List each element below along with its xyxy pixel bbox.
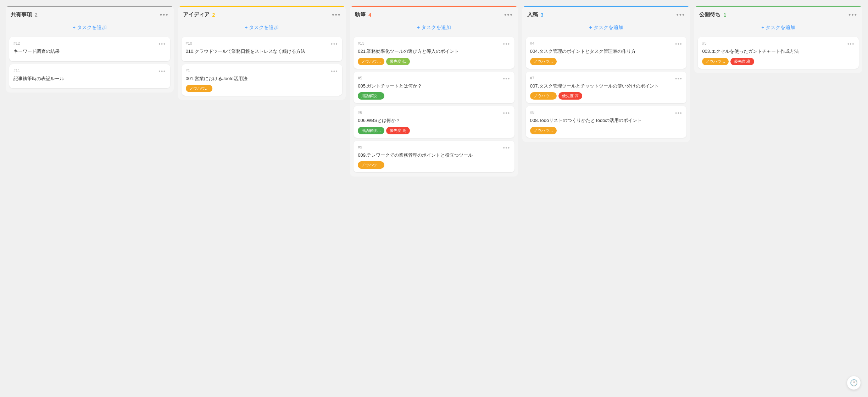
card-header-3: #3••• [702, 41, 855, 46]
cards-area-col-shared: #12•••キーワード調査の結果#11•••記事執筆時の表記ルール [6, 34, 174, 93]
card-menu-3[interactable]: ••• [847, 41, 855, 46]
column-header-col-pending: 公開待ち1••• [694, 6, 862, 22]
card-menu-9[interactable]: ••• [503, 145, 510, 150]
card-title-13: 021.業務効率化ツールの選び方と導入のポイント [358, 48, 510, 55]
cards-area-col-idea: #10•••010.クラウドツールで業務日報をストレスなく続ける方法#1•••0… [178, 34, 346, 100]
column-title-col-shared: 共有事項 [11, 11, 32, 18]
card-title-5: 005.ガントチャートとは何か？ [358, 83, 510, 90]
column-title-col-pending: 公開待ち [699, 11, 720, 18]
card-title-8: 008.TodoリストのつくりかたとTodoの活用のポイント [530, 117, 683, 124]
add-task-button-col-shared[interactable]: + タスクを追加 [6, 22, 174, 34]
card-9[interactable]: #9•••009.テレワークでの業務管理のポイントと役立つツールノウハウ… [354, 141, 514, 173]
column-col-pending: 公開待ち1•••+ タスクを追加#3•••003.エクセルを使ったガントチャート… [694, 6, 862, 73]
column-menu-col-idea[interactable]: ••• [332, 12, 341, 18]
card-title-1: 001.営業におけるJooto活用法 [186, 75, 338, 82]
card-header-8: #8••• [530, 110, 683, 116]
card-header-6: #6••• [358, 110, 510, 116]
card-menu-7[interactable]: ••• [675, 76, 682, 81]
card-8[interactable]: #8•••008.TodoリストのつくりかたとTodoの活用のポイントノウハウ… [526, 106, 687, 138]
tag-6-1: 優先度:高 [386, 127, 410, 134]
card-header-11: #11••• [13, 68, 166, 74]
card-menu-1[interactable]: ••• [331, 68, 338, 74]
card-header-5: #5••• [358, 76, 510, 81]
cards-area-col-writing: #13•••021.業務効率化ツールの選び方と導入のポイントノウハウ…優先度:低… [350, 34, 518, 177]
card-header-4: #4••• [530, 41, 683, 46]
card-tags-3: ノウハウ…優先度:高 [702, 58, 855, 65]
card-id-11: #11 [13, 68, 20, 73]
card-id-8: #8 [530, 110, 534, 114]
column-header-col-writing: 執筆4••• [350, 6, 518, 22]
card-11[interactable]: #11•••記事執筆時の表記ルール [9, 64, 170, 89]
cards-area-col-pending: #3•••003.エクセルを使ったガントチャート作成方法ノウハウ…優先度:高 [694, 34, 862, 73]
card-tags-8: ノウハウ… [530, 127, 683, 134]
kanban-board: 共有事項2•••+ タスクを追加#12•••キーワード調査の結果#11•••記事… [0, 0, 868, 397]
card-tags-4: ノウハウ… [530, 58, 683, 65]
card-tags-6: 用語解説…優先度:高 [358, 127, 510, 134]
column-menu-col-pending[interactable]: ••• [848, 12, 857, 18]
tag-1-0: ノウハウ… [186, 85, 212, 92]
tag-7-1: 優先度:高 [558, 92, 582, 100]
card-menu-13[interactable]: ••• [503, 41, 510, 46]
card-tags-13: ノウハウ…優先度:低 [358, 58, 510, 65]
card-tags-9: ノウハウ… [358, 161, 510, 169]
history-button[interactable]: 🕐 [847, 376, 861, 390]
card-header-10: #10••• [186, 41, 338, 46]
card-id-10: #10 [186, 41, 192, 45]
card-title-9: 009.テレワークでの業務管理のポイントと役立つツール [358, 152, 510, 159]
card-6[interactable]: #6•••006.WBSとは何か？用語解説…優先度:高 [354, 106, 514, 138]
column-title-col-draft: 入稿 [527, 11, 538, 18]
card-menu-10[interactable]: ••• [331, 41, 338, 46]
column-title-col-writing: 執筆 [355, 11, 366, 18]
card-title-10: 010.クラウドツールで業務日報をストレスなく続ける方法 [186, 48, 338, 55]
card-4[interactable]: #4•••004.タスク管理のポイントとタスク管理表の作り方ノウハウ… [526, 37, 687, 69]
column-col-writing: 執筆4•••+ タスクを追加#13•••021.業務効率化ツールの選び方と導入の… [350, 6, 518, 177]
card-id-7: #7 [530, 76, 534, 80]
card-header-12: #12••• [13, 41, 166, 46]
card-menu-11[interactable]: ••• [158, 68, 166, 74]
card-13[interactable]: #13•••021.業務効率化ツールの選び方と導入のポイントノウハウ…優先度:低 [354, 37, 514, 69]
card-title-7: 007.タスク管理ツールとチャットツールの使い分けのポイント [530, 83, 683, 90]
card-3[interactable]: #3•••003.エクセルを使ったガントチャート作成方法ノウハウ…優先度:高 [698, 37, 859, 69]
add-task-button-col-pending[interactable]: + タスクを追加 [694, 22, 862, 34]
column-col-idea: アイディア2•••+ タスクを追加#10•••010.クラウドツールで業務日報を… [178, 6, 346, 100]
tag-7-0: ノウハウ… [530, 92, 557, 100]
card-10[interactable]: #10•••010.クラウドツールで業務日報をストレスなく続ける方法 [182, 37, 343, 61]
column-header-col-shared: 共有事項2••• [6, 6, 174, 22]
add-task-button-col-idea[interactable]: + タスクを追加 [178, 22, 346, 34]
column-header-left-col-idea: アイディア2 [183, 11, 215, 18]
card-title-4: 004.タスク管理のポイントとタスク管理表の作り方 [530, 48, 683, 55]
tag-5-0: 用語解説… [358, 92, 384, 100]
tag-3-1: 優先度:高 [730, 58, 754, 65]
column-count-col-shared: 2 [35, 12, 38, 18]
column-count-col-idea: 2 [212, 12, 215, 18]
column-header-col-idea: アイディア2••• [178, 6, 346, 22]
column-menu-col-shared[interactable]: ••• [160, 12, 169, 18]
card-header-1: #1••• [186, 68, 338, 74]
card-1[interactable]: #1•••001.営業におけるJooto活用法ノウハウ… [182, 64, 343, 96]
card-id-1: #1 [186, 68, 190, 73]
card-5[interactable]: #5•••005.ガントチャートとは何か？用語解説… [354, 72, 514, 104]
add-task-button-col-draft[interactable]: + タスクを追加 [522, 22, 690, 34]
card-tags-7: ノウハウ…優先度:高 [530, 92, 683, 100]
tag-6-0: 用語解説… [358, 127, 384, 134]
card-menu-6[interactable]: ••• [503, 110, 510, 116]
card-7[interactable]: #7•••007.タスク管理ツールとチャットツールの使い分けのポイントノウハウ…… [526, 72, 687, 104]
card-menu-4[interactable]: ••• [675, 41, 682, 46]
column-header-left-col-pending: 公開待ち1 [699, 11, 726, 18]
column-menu-col-draft[interactable]: ••• [676, 12, 685, 18]
column-title-col-idea: アイディア [183, 11, 210, 18]
card-menu-8[interactable]: ••• [675, 110, 682, 116]
history-icon: 🕐 [850, 379, 858, 387]
column-menu-col-writing[interactable]: ••• [504, 12, 513, 18]
card-menu-12[interactable]: ••• [158, 41, 166, 46]
card-title-3: 003.エクセルを使ったガントチャート作成方法 [702, 48, 855, 55]
add-task-button-col-writing[interactable]: + タスクを追加 [350, 22, 518, 34]
card-12[interactable]: #12•••キーワード調査の結果 [9, 37, 170, 61]
column-col-shared: 共有事項2•••+ タスクを追加#12•••キーワード調査の結果#11•••記事… [6, 6, 174, 93]
card-menu-5[interactable]: ••• [503, 76, 510, 81]
column-count-col-pending: 1 [723, 12, 726, 18]
card-id-6: #6 [358, 110, 362, 114]
column-header-col-draft: 入稿3••• [522, 6, 690, 22]
column-header-left-col-shared: 共有事項2 [11, 11, 38, 18]
card-header-9: #9••• [358, 145, 510, 150]
